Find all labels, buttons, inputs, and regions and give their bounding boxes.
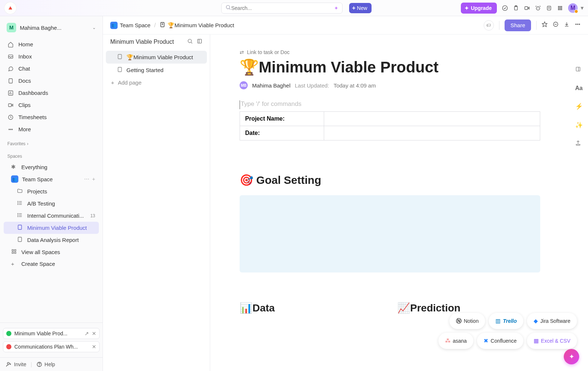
- star-icon[interactable]: [542, 21, 548, 29]
- confluence-icon: ✖: [484, 338, 488, 344]
- close-icon[interactable]: ✕: [92, 344, 96, 350]
- breadcrumb-doc[interactable]: 🏆Minimum Viable Product: [159, 22, 234, 29]
- tag-button[interactable]: 🏷: [484, 20, 494, 31]
- nav-clips[interactable]: Clips: [4, 99, 99, 111]
- check-circle-icon[interactable]: [502, 5, 508, 11]
- tree-label: Internal Communicati...: [27, 213, 87, 219]
- doc-outline-item[interactable]: 🏆Minimum Viable Product: [106, 51, 207, 64]
- open-doc-chip[interactable]: Communications Plan Wh... ✕: [3, 341, 100, 352]
- app-logo[interactable]: 🔺: [4, 2, 16, 14]
- upgrade-button[interactable]: ✦Upgrade: [461, 3, 497, 14]
- nav-home[interactable]: Home: [4, 38, 99, 50]
- search-icon[interactable]: [187, 38, 193, 46]
- nav-dashboards[interactable]: Dashboards: [4, 87, 99, 99]
- ai-sparkle-icon[interactable]: ✦: [334, 5, 338, 11]
- breadcrumb-space-label: Team Space: [120, 22, 150, 28]
- tree-teamspace[interactable]: 👥Team Space⋯+: [4, 173, 99, 185]
- tree-everything[interactable]: ✱Everything: [4, 161, 99, 173]
- import-notion[interactable]: ⓃNotion: [449, 313, 485, 329]
- ai-fab[interactable]: ✦: [564, 349, 579, 364]
- goal-setting-block[interactable]: [240, 195, 540, 272]
- chip-label: asana: [453, 338, 467, 344]
- author-name[interactable]: Mahima Baghel: [252, 82, 290, 89]
- user-avatar[interactable]: M: [568, 3, 578, 13]
- tree-projects[interactable]: Projects: [4, 185, 99, 197]
- svg-point-34: [577, 24, 578, 25]
- divider: [536, 21, 537, 30]
- nav-timesheets[interactable]: Timesheets: [4, 111, 99, 123]
- chevron-right-icon: ›: [27, 141, 28, 146]
- plus-icon[interactable]: +: [92, 176, 95, 182]
- new-button[interactable]: +New: [349, 3, 372, 13]
- table-cell-value[interactable]: [324, 126, 540, 140]
- nav-docs[interactable]: Docs: [4, 75, 99, 87]
- external-link-icon[interactable]: ↗: [85, 331, 89, 336]
- tree-create-space[interactable]: +Create Space: [4, 258, 99, 270]
- import-excel[interactable]: ▦Excel & CSV: [527, 333, 577, 349]
- tree-internal-comm[interactable]: Internal Communicati...13: [4, 210, 99, 222]
- typography-icon[interactable]: Aa: [575, 85, 583, 92]
- data-heading[interactable]: 📊Data: [240, 302, 383, 314]
- workspace-switcher[interactable]: M Mahima Baghe... ⌄: [4, 21, 98, 34]
- invite-button[interactable]: Invite: [6, 361, 26, 367]
- tree-ab-testing[interactable]: A/B Testing: [4, 197, 99, 210]
- close-icon[interactable]: ✕: [92, 331, 96, 336]
- author-avatar[interactable]: MB: [240, 81, 248, 89]
- chip-label: Excel & CSV: [541, 338, 570, 344]
- svg-point-70: [39, 366, 40, 366]
- svg-point-45: [9, 129, 10, 130]
- table-row[interactable]: Project Name:: [240, 112, 540, 126]
- apps-grid-icon[interactable]: [557, 5, 563, 11]
- import-jira[interactable]: ◆Jira Software: [527, 313, 577, 329]
- toc-icon[interactable]: [575, 66, 583, 74]
- alarm-icon[interactable]: [535, 5, 541, 11]
- magic-icon[interactable]: ✨: [575, 121, 583, 129]
- tree-label: Projects: [27, 188, 95, 195]
- clipboard-icon[interactable]: [513, 5, 519, 11]
- import-confluence[interactable]: ✖Confluence: [477, 333, 523, 349]
- import-trello[interactable]: ▥Trello: [489, 313, 523, 329]
- table-row[interactable]: Date:: [240, 126, 540, 140]
- global-search[interactable]: ✦: [221, 3, 343, 14]
- nav-label: Inbox: [18, 53, 32, 60]
- doc-outline-item[interactable]: Getting Started: [106, 64, 207, 76]
- wand-icon[interactable]: ⚡: [575, 103, 583, 110]
- more-icon[interactable]: ⋯: [84, 176, 89, 182]
- comment-icon[interactable]: [553, 21, 559, 29]
- svg-point-66: [7, 363, 9, 364]
- project-info-table[interactable]: Project Name: Date:: [240, 111, 540, 140]
- doc-title[interactable]: 🏆Minimum Viable Product: [240, 58, 540, 76]
- nav-more[interactable]: More: [4, 123, 99, 135]
- spaces-section[interactable]: Spaces: [0, 149, 103, 161]
- nav-inbox[interactable]: Inbox: [4, 50, 99, 63]
- goal-setting-heading[interactable]: 🎯 Goal Setting: [240, 174, 540, 186]
- share-button[interactable]: Share: [505, 19, 531, 31]
- tree-view-all-spaces[interactable]: View all Spaces: [4, 246, 99, 258]
- notepad-icon[interactable]: [546, 5, 552, 11]
- plus-icon: +: [11, 261, 18, 267]
- help-button[interactable]: Help: [36, 361, 55, 367]
- add-page-button[interactable]: +Add page: [106, 76, 207, 89]
- favorites-section[interactable]: Favorites›: [0, 136, 103, 149]
- trello-icon: ▥: [495, 318, 501, 324]
- import-asana[interactable]: ⁂asana: [438, 333, 473, 349]
- link-to-task[interactable]: ⇄Link to task or Doc: [240, 49, 540, 55]
- sidebar-collapse-icon[interactable]: [197, 38, 202, 46]
- video-icon[interactable]: [524, 5, 530, 11]
- open-doc-chip[interactable]: Minimum Viable Prod... ↗ ✕: [3, 328, 100, 339]
- chevron-down-icon[interactable]: ▾: [581, 4, 584, 11]
- breadcrumb-space[interactable]: 👥 Team Space: [110, 22, 150, 29]
- more-icon[interactable]: [575, 21, 581, 29]
- nav-chat[interactable]: Chat: [4, 63, 99, 75]
- sidebar: M Mahima Baghe... ⌄ Home Inbox Chat Docs…: [0, 16, 103, 371]
- tree-data-analysis[interactable]: Data Analysis Report: [4, 234, 99, 246]
- workspace-avatar: M: [7, 23, 16, 32]
- table-cell-value[interactable]: [324, 112, 540, 126]
- search-input[interactable]: [231, 5, 334, 11]
- nav-label: Dashboards: [18, 90, 48, 96]
- command-input[interactable]: Type '/' for commands: [240, 100, 540, 109]
- tree-mvp[interactable]: Minimum Viable Product: [4, 222, 99, 234]
- prediction-heading[interactable]: 📈Prediction: [397, 302, 540, 314]
- export-icon[interactable]: [575, 140, 583, 148]
- download-icon[interactable]: [564, 21, 570, 29]
